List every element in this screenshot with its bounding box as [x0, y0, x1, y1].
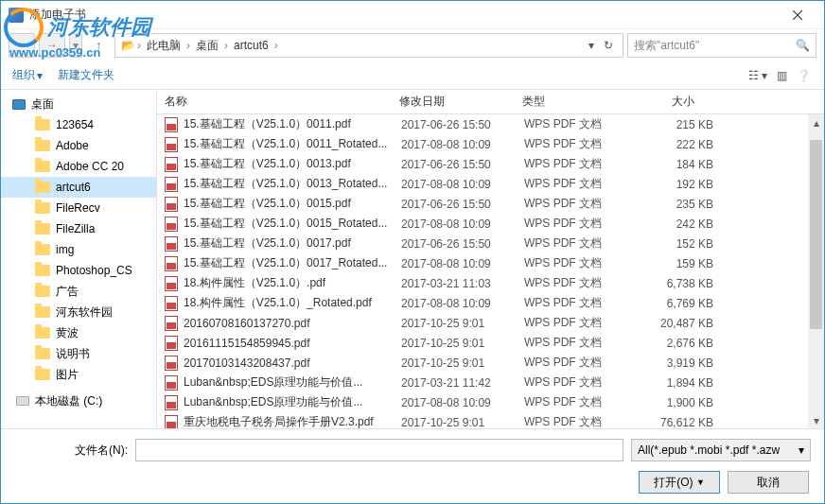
file-row[interactable]: 重庆地税电子税务局操作手册V2.3.pdf2017-10-25 9:01WPS … [157, 412, 824, 428]
file-row[interactable]: 15.基础工程（V25.1.0）0017_Rotated...2017-08-0… [157, 253, 824, 273]
file-date: 2017-08-08 10:09 [401, 178, 524, 191]
sidebar-root[interactable]: 桌面 [1, 94, 156, 114]
nav-forward-button[interactable]: → [39, 33, 65, 58]
col-size[interactable]: 大小 [626, 94, 721, 110]
file-type: WPS PDF 文档 [524, 116, 628, 132]
bottom-panel: 文件名(N): All(*.epub *.mobi *.pdf *.azw ▾ … [1, 428, 824, 503]
pdf-icon [165, 395, 178, 410]
preview-pane-button[interactable]: ▥ [775, 67, 789, 84]
sidebar-item[interactable]: FileZilla [1, 218, 156, 239]
view-mode-button[interactable]: ☷ ▾ [746, 67, 769, 84]
file-name: 15.基础工程（V25.1.0）0015_Rotated... [184, 216, 401, 232]
help-button[interactable]: ❔ [795, 67, 813, 84]
pdf-icon [165, 336, 178, 351]
navbar: ← → ▾ ↑ 📂 › 此电脑 › 桌面 › artcut6 › ▾ ↻ 搜索"… [1, 29, 824, 61]
file-date: 2017-08-08 10:09 [401, 217, 524, 231]
file-area: 名称 修改日期 类型 大小 15.基础工程（V25.1.0）0011.pdf20… [157, 90, 824, 428]
folder-icon [35, 140, 50, 151]
close-button[interactable] [779, 3, 816, 27]
col-type[interactable]: 类型 [522, 94, 626, 110]
scroll-up-icon[interactable]: ▴ [808, 114, 824, 130]
breadcrumb[interactable]: 此电脑 [143, 38, 184, 54]
sidebar: 桌面 123654AdobeAdobe CC 20artcut6FileRecv… [1, 90, 157, 428]
file-size: 20,487 KB [628, 317, 713, 330]
file-row[interactable]: 18.构件属性（V25.1.0）_Rotated.pdf2017-08-08 1… [157, 293, 824, 313]
file-date: 2017-03-21 11:03 [401, 277, 524, 290]
file-type: WPS PDF 文档 [524, 196, 628, 212]
sidebar-item[interactable]: Adobe [1, 135, 156, 156]
file-name: 18.构件属性（V25.1.0）.pdf [184, 275, 401, 291]
file-name: 15.基础工程（V25.1.0）0017_Rotated... [184, 255, 401, 271]
file-row[interactable]: Luban&nbsp;EDS原理功能与价值...2017-08-08 10:09… [157, 392, 824, 412]
file-name: 重庆地税电子税务局操作手册V2.3.pdf [184, 414, 401, 428]
file-type: WPS PDF 文档 [524, 355, 628, 371]
file-row[interactable]: 20161115154859945.pdf2017-10-25 9:01WPS … [157, 333, 824, 353]
addr-dropdown-icon[interactable]: ▾ [585, 37, 598, 54]
sidebar-item[interactable]: 黄波 [1, 322, 156, 343]
sidebar-item[interactable]: 图片 [1, 364, 156, 385]
sidebar-item[interactable]: 123654 [1, 114, 156, 135]
sidebar-item[interactable]: Adobe CC 20 [1, 156, 156, 177]
sidebar-item[interactable]: artcut6 [1, 177, 156, 198]
file-row[interactable]: 18.构件属性（V25.1.0）.pdf2017-03-21 11:03WPS … [157, 273, 824, 293]
pdf-icon [165, 375, 178, 391]
search-input[interactable]: 搜索"artcut6" 🔍 [627, 33, 816, 58]
file-size: 1,894 KB [628, 376, 713, 390]
file-date: 2017-06-26 15:50 [401, 198, 524, 211]
sidebar-item[interactable]: 说明书 [1, 343, 156, 364]
file-type: WPS PDF 文档 [524, 335, 628, 351]
file-row[interactable]: 20170103143208437.pdf2017-10-25 9:01WPS … [157, 353, 824, 373]
scrollbar[interactable]: ▴ ▾ [808, 114, 824, 428]
file-date: 2017-03-21 11:42 [401, 376, 524, 390]
file-size: 2,676 KB [628, 337, 713, 350]
file-row[interactable]: 15.基础工程（V25.1.0）0017.pdf2017-06-26 15:50… [157, 234, 824, 253]
scroll-down-icon[interactable]: ▾ [808, 412, 824, 428]
file-date: 2017-08-08 10:09 [401, 257, 524, 270]
file-row[interactable]: 20160708160137270.pdf2017-10-25 9:01WPS … [157, 313, 824, 333]
search-placeholder: 搜索"artcut6" [634, 38, 796, 54]
sidebar-item[interactable]: 广告 [1, 281, 156, 302]
file-type: WPS PDF 文档 [524, 275, 628, 291]
file-row[interactable]: 15.基础工程（V25.1.0）0015.pdf2017-06-26 15:50… [157, 194, 824, 214]
organize-button[interactable]: 组织 ▾ [12, 67, 43, 83]
file-row[interactable]: 15.基础工程（V25.1.0）0015_Rotated...2017-08-0… [157, 214, 824, 234]
scrollbar-thumb[interactable] [810, 140, 822, 329]
dialog-title: 添加电子书 [29, 7, 779, 23]
file-row[interactable]: 15.基础工程（V25.1.0）0011_Rotated...2017-08-0… [157, 134, 824, 154]
file-row[interactable]: 15.基础工程（V25.1.0）0013_Rotated...2017-08-0… [157, 174, 824, 194]
pdf-icon [165, 356, 178, 371]
refresh-icon[interactable]: ↻ [600, 37, 617, 54]
file-size: 1,900 KB [628, 396, 713, 409]
cancel-button[interactable]: 取消 [728, 471, 809, 494]
sidebar-item[interactable]: 河东软件园 [1, 302, 156, 322]
folder-icon [35, 327, 50, 339]
filetype-filter[interactable]: All(*.epub *.mobi *.pdf *.azw ▾ [631, 439, 811, 461]
file-type: WPS PDF 文档 [524, 295, 628, 311]
file-size: 192 KB [628, 178, 713, 191]
col-name[interactable]: 名称 [165, 94, 399, 110]
col-date[interactable]: 修改日期 [399, 94, 522, 110]
nav-history-dropdown[interactable]: ▾ [69, 33, 82, 58]
file-row[interactable]: Luban&nbsp;EDS原理功能与价值...2017-03-21 11:42… [157, 373, 824, 392]
file-dialog: 添加电子书 ← → ▾ ↑ 📂 › 此电脑 › 桌面 › artcut6 › ▾… [0, 0, 825, 504]
sidebar-item-label: Adobe [56, 139, 89, 152]
folder-icon [35, 223, 50, 235]
folder-icon [35, 202, 50, 214]
breadcrumb[interactable]: 桌面 [192, 38, 222, 54]
filename-input[interactable] [135, 439, 623, 461]
file-row[interactable]: 15.基础工程（V25.1.0）0011.pdf2017-06-26 15:50… [157, 114, 824, 134]
open-button[interactable]: 打开(O) ▼ [639, 471, 720, 494]
file-date: 2017-10-25 9:01 [401, 317, 524, 330]
file-name: Luban&nbsp;EDS原理功能与价值... [184, 374, 401, 391]
sidebar-item[interactable]: FileRecv [1, 198, 156, 218]
newfolder-button[interactable]: 新建文件夹 [58, 67, 114, 83]
address-bar[interactable]: 📂 › 此电脑 › 桌面 › artcut6 › ▾ ↻ [114, 33, 623, 58]
sidebar-drive[interactable]: 本地磁盘 (C:) [1, 391, 156, 411]
sidebar-item[interactable]: img [1, 239, 156, 260]
file-row[interactable]: 15.基础工程（V25.1.0）0013.pdf2017-06-26 15:50… [157, 154, 824, 174]
sidebar-item[interactable]: Photoshop_CS [1, 260, 156, 281]
breadcrumb[interactable]: artcut6 [230, 39, 272, 52]
nav-back-button[interactable]: ← [9, 33, 35, 58]
nav-up-button[interactable]: ↑ [86, 33, 111, 58]
pdf-icon [165, 296, 178, 311]
